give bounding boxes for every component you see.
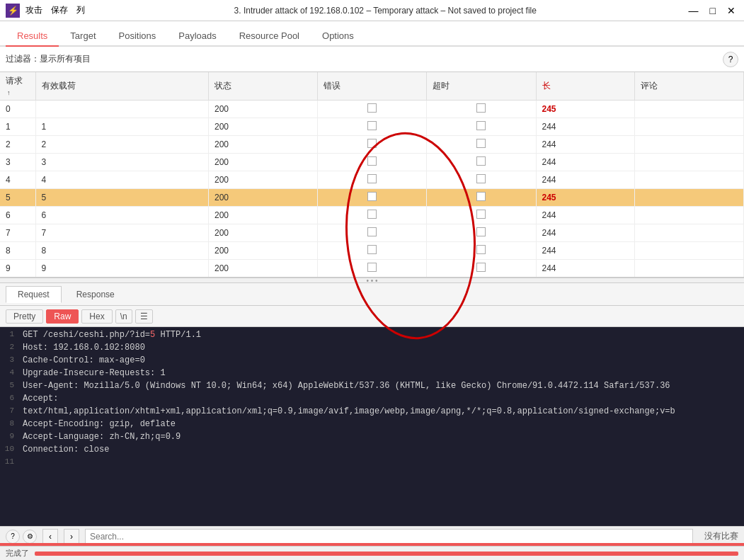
col-request[interactable]: 请求 ↑ — [0, 72, 35, 101]
help-icon[interactable]: ? — [6, 530, 20, 544]
cell-error — [318, 278, 427, 278]
table-row[interactable]: 4 4 200 244 — [0, 171, 744, 189]
filter-help-button[interactable]: ? — [723, 52, 738, 67]
table-row[interactable]: 1 1 200 244 — [0, 118, 744, 136]
minimize-button[interactable]: — — [686, 5, 702, 16]
col-payload[interactable]: 有效载荷 — [35, 72, 208, 101]
col-error[interactable]: 错误 — [318, 72, 427, 101]
error-checkbox — [367, 245, 377, 254]
cell-error — [318, 242, 427, 260]
cell-length: 244 — [536, 224, 634, 242]
table-row[interactable]: 9 9 200 244 — [0, 260, 744, 278]
cell-payload: 3 — [35, 154, 208, 171]
titlebar-menu: 攻击 保存 列 — [25, 4, 85, 16]
error-checkbox — [367, 192, 377, 201]
table-row[interactable]: 10 10 200 244 — [0, 278, 744, 278]
cell-id: 2 — [0, 136, 35, 154]
menu-attack[interactable]: 攻击 — [25, 4, 42, 16]
table-row[interactable]: 6 6 200 244 — [0, 207, 744, 224]
error-checkbox — [367, 174, 377, 183]
tab-results[interactable]: Results — [6, 26, 59, 47]
titlebar-left: ⚡ 攻击 保存 列 — [6, 4, 85, 18]
timeout-checkbox — [476, 192, 486, 201]
cell-timeout — [427, 136, 536, 154]
cell-comment — [634, 189, 743, 207]
cell-timeout — [427, 260, 536, 278]
format-newline[interactable]: \n — [115, 309, 132, 324]
timeout-checkbox — [476, 210, 486, 219]
code-line: 11 — [0, 457, 744, 470]
window-controls: — □ ✕ — [686, 5, 738, 16]
cell-id: 5 — [0, 189, 35, 207]
menu-save[interactable]: 保存 — [51, 4, 68, 16]
line-content: Accept: — [20, 394, 744, 406]
line-number: 9 — [0, 432, 20, 445]
format-pretty[interactable]: Pretty — [6, 309, 43, 324]
maximize-button[interactable]: □ — [707, 5, 719, 16]
tab-resource-pool[interactable]: Resource Pool — [228, 26, 311, 47]
line-number: 2 — [0, 343, 20, 355]
error-checkbox — [367, 156, 377, 166]
cell-timeout — [427, 278, 536, 278]
line-content: GET /ceshi/ceshi.php/?id=5 HTTP/1.1 — [20, 330, 744, 343]
col-comment[interactable]: 评论 — [634, 72, 743, 101]
tab-options[interactable]: Options — [311, 26, 365, 47]
format-raw[interactable]: Raw — [46, 309, 79, 324]
format-menu[interactable]: ☰ — [135, 309, 153, 324]
code-line: 6 Accept: — [0, 394, 744, 406]
tab-target[interactable]: Target — [59, 26, 107, 47]
timeout-checkbox — [476, 121, 486, 130]
cell-length: 244 — [536, 260, 634, 278]
table-row[interactable]: 0 200 245 — [0, 101, 744, 118]
code-line: 10 Connection: close — [0, 445, 744, 457]
tab-request[interactable]: Request — [6, 286, 62, 303]
col-timeout[interactable]: 超时 — [427, 72, 536, 101]
cell-id: 3 — [0, 154, 35, 171]
results-table-area: 请求 ↑ 有效载荷 状态 错误 超时 长 评论 0 200 245 1 1 20… — [0, 72, 744, 278]
cell-error — [318, 136, 427, 154]
cell-timeout — [427, 171, 536, 189]
cell-status: 200 — [208, 260, 317, 278]
table-row[interactable]: 7 7 200 244 — [0, 224, 744, 242]
menu-columns[interactable]: 列 — [76, 4, 85, 16]
timeout-checkbox — [476, 227, 486, 236]
completed-progress — [35, 552, 738, 556]
resize-handle[interactable]: • • • — [0, 278, 744, 283]
cell-status: 200 — [208, 278, 317, 278]
tab-payloads[interactable]: Payloads — [167, 26, 227, 47]
cell-id: 6 — [0, 207, 35, 224]
settings-icon[interactable]: ⚙ — [23, 530, 37, 544]
timeout-checkbox — [476, 103, 486, 113]
col-status[interactable]: 状态 — [208, 72, 317, 101]
tab-response[interactable]: Response — [64, 286, 127, 303]
table-row[interactable]: 2 2 200 244 — [0, 136, 744, 154]
table-row[interactable]: 3 3 200 244 — [0, 154, 744, 171]
cell-error — [318, 224, 427, 242]
cell-error — [318, 154, 427, 171]
cell-error — [318, 260, 427, 278]
cell-timeout — [427, 101, 536, 118]
cell-comment — [634, 171, 743, 189]
cell-status: 200 — [208, 118, 317, 136]
nav-forward-button[interactable]: › — [64, 529, 79, 544]
window-title: 3. Intruder attack of 192.168.0.102 – Te… — [234, 6, 537, 16]
format-hex[interactable]: Hex — [81, 309, 112, 324]
cell-payload — [35, 101, 208, 118]
timeout-checkbox — [476, 139, 486, 148]
code-line: 4 Upgrade-Insecure-Requests: 1 — [0, 368, 744, 381]
match-status: 没有比赛 — [704, 530, 738, 542]
line-number: 6 — [0, 394, 20, 406]
col-length[interactable]: 长 — [536, 72, 634, 101]
table-row[interactable]: 8 8 200 244 — [0, 242, 744, 260]
filter-label: 过滤器：显示所有项目 — [6, 53, 720, 65]
close-button[interactable]: ✕ — [724, 5, 738, 16]
tab-positions[interactable]: Positions — [108, 26, 168, 47]
cell-length: 245 — [536, 189, 634, 207]
table-row[interactable]: 5 5 200 245 — [0, 189, 744, 207]
line-content: Cache-Control: max-age=0 — [20, 355, 744, 368]
line-content: Accept-Language: zh-CN,zh;q=0.9 — [20, 432, 744, 445]
filter-bar: 过滤器：显示所有项目 ? — [0, 47, 744, 72]
cell-error — [318, 101, 427, 118]
search-input[interactable] — [85, 529, 693, 544]
nav-back-button[interactable]: ‹ — [42, 529, 58, 544]
